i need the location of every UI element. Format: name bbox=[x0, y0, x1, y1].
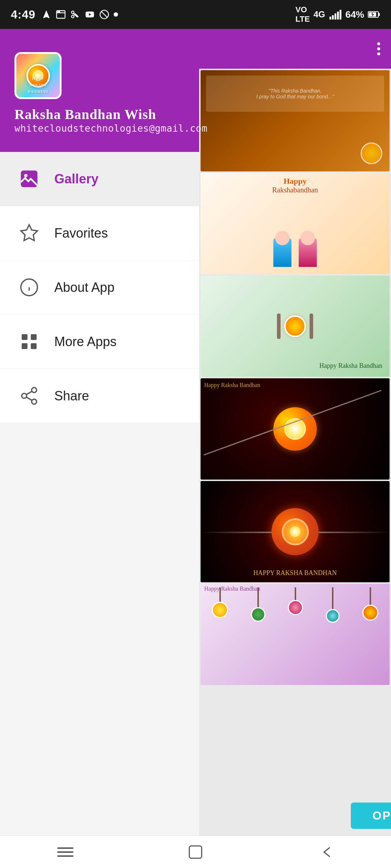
menu-item-about[interactable]: About App bbox=[0, 260, 199, 315]
svg-line-26 bbox=[26, 397, 32, 400]
svg-point-24 bbox=[21, 393, 26, 399]
signal-strength: 4G bbox=[314, 9, 325, 20]
favorites-menu-icon bbox=[18, 222, 40, 244]
gallery-grid: "This Raksha Bandhan,I pray to God that … bbox=[199, 69, 391, 686]
scissors-icon bbox=[70, 9, 80, 20]
gallery-item-1[interactable]: "This Raksha Bandhan,I pray to God that … bbox=[201, 70, 390, 171]
svg-rect-9 bbox=[337, 12, 339, 20]
hamburger-icon bbox=[55, 845, 75, 859]
share-label: Share bbox=[54, 388, 89, 404]
app-container: "This Raksha Bandhan,I pray to God that … bbox=[0, 29, 391, 835]
browser-icon bbox=[56, 9, 66, 20]
status-bar: 4:49 bbox=[0, 0, 391, 29]
gallery-menu-icon bbox=[18, 168, 40, 190]
menu-item-favorites[interactable]: Favorites bbox=[0, 206, 199, 260]
menu-nav-button[interactable] bbox=[51, 841, 80, 863]
svg-rect-30 bbox=[57, 855, 73, 857]
app-title: Raksha Bandhan Wish bbox=[14, 106, 185, 123]
main-content: "This Raksha Bandhan,I pray to God that … bbox=[199, 29, 391, 835]
svg-point-25 bbox=[31, 399, 37, 404]
status-time: 4:49 bbox=[11, 8, 35, 21]
gallery-label: Gallery bbox=[54, 171, 98, 187]
svg-line-27 bbox=[26, 391, 32, 395]
signal-bars-icon bbox=[329, 9, 342, 20]
bottom-navigation bbox=[0, 835, 391, 868]
svg-rect-8 bbox=[335, 13, 336, 20]
home-nav-button[interactable] bbox=[181, 841, 210, 863]
navigation-icon bbox=[41, 9, 51, 20]
svg-rect-22 bbox=[31, 343, 37, 349]
gallery-item-3[interactable]: Happy Raksha Bandhan bbox=[201, 276, 390, 377]
more-apps-label: More Apps bbox=[54, 334, 117, 349]
menu-item-gallery[interactable]: Gallery bbox=[0, 152, 199, 206]
status-right: VOLTE 4G 64% bbox=[295, 5, 380, 24]
about-menu-icon bbox=[18, 277, 40, 298]
blocked-icon bbox=[99, 9, 109, 20]
drawer-menu: Gallery Favorites bbox=[0, 152, 199, 835]
main-toolbar bbox=[199, 29, 391, 69]
svg-point-15 bbox=[24, 174, 27, 177]
svg-rect-12 bbox=[378, 13, 380, 16]
gallery-item-5[interactable]: HAPPY RAKSHA BANDHAN bbox=[201, 481, 390, 582]
more-apps-menu-icon bbox=[18, 331, 40, 353]
svg-point-3 bbox=[59, 11, 60, 12]
navigation-drawer: HappyRAKSHABANDHAN Raksha Bandhan Wish w… bbox=[0, 29, 199, 835]
share-menu-icon bbox=[18, 385, 40, 407]
status-icons bbox=[41, 9, 118, 20]
svg-rect-28 bbox=[57, 847, 73, 849]
drawer-header: HappyRAKSHABANDHAN Raksha Bandhan Wish w… bbox=[0, 29, 199, 152]
svg-rect-7 bbox=[332, 15, 334, 20]
favorites-label: Favorites bbox=[54, 226, 108, 241]
app-icon: HappyRAKSHABANDHAN bbox=[14, 52, 62, 99]
gallery-item-2[interactable]: Happy Rakshabandhan bbox=[201, 173, 390, 274]
battery-icon bbox=[368, 10, 380, 18]
youtube-icon bbox=[85, 9, 95, 20]
open-button[interactable]: OPEN bbox=[351, 803, 391, 829]
back-nav-button[interactable] bbox=[311, 841, 340, 863]
svg-rect-31 bbox=[189, 846, 202, 858]
about-label: About App bbox=[54, 280, 114, 295]
app-email: whitecloudstechnologies@gmail.com bbox=[14, 123, 185, 134]
svg-rect-20 bbox=[31, 334, 37, 340]
svg-point-2 bbox=[58, 11, 58, 12]
square-home-icon bbox=[186, 843, 205, 861]
svg-rect-21 bbox=[21, 343, 27, 349]
svg-line-5 bbox=[101, 12, 107, 17]
notification-dot bbox=[114, 12, 118, 17]
svg-rect-29 bbox=[57, 851, 73, 853]
status-left: 4:49 bbox=[11, 8, 118, 21]
gallery-item-4[interactable]: Happy Raksha Bandhan bbox=[201, 378, 390, 480]
app-info: Raksha Bandhan Wish whitecloudstechnolog… bbox=[14, 106, 185, 134]
svg-rect-10 bbox=[340, 10, 341, 20]
volte-indicator: VOLTE bbox=[295, 5, 310, 24]
menu-item-share[interactable]: Share bbox=[0, 369, 199, 423]
more-options-button[interactable] bbox=[374, 39, 384, 59]
svg-point-23 bbox=[31, 388, 37, 393]
gallery-item-6[interactable]: Happy Raksha Bandhan bbox=[201, 584, 390, 685]
svg-rect-6 bbox=[329, 17, 331, 20]
menu-item-more-apps[interactable]: More Apps bbox=[0, 315, 199, 369]
svg-rect-19 bbox=[21, 334, 27, 340]
battery-percentage: 64% bbox=[345, 9, 364, 20]
back-triangle-icon bbox=[319, 845, 333, 859]
